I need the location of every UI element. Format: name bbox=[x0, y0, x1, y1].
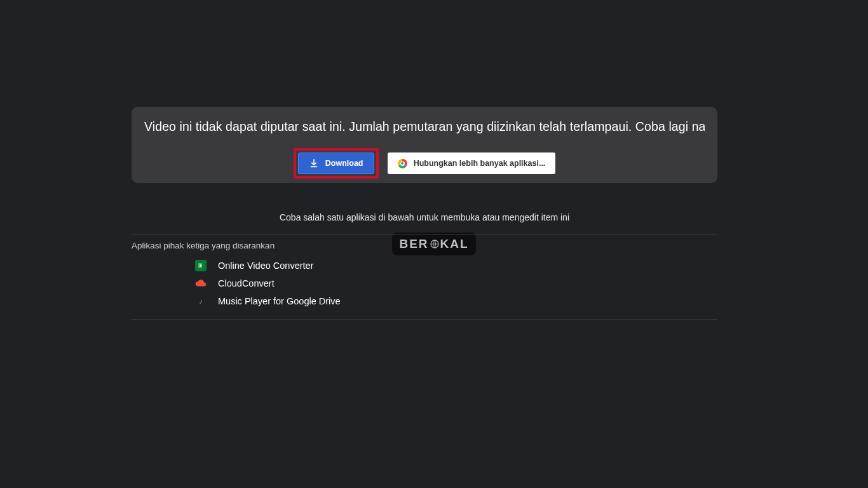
app-item-music-player[interactable]: ♪ Music Player for Google Drive bbox=[195, 292, 717, 310]
download-icon bbox=[309, 158, 319, 168]
button-row: Download Hubungkan lebih banyak aplikasi… bbox=[144, 148, 705, 179]
error-card: Video ini tidak dapat diputar saat ini. … bbox=[132, 107, 717, 183]
download-button-label: Download bbox=[325, 159, 363, 168]
app-item-cloudconvert[interactable]: CloudConvert bbox=[195, 274, 717, 292]
section-title: Aplikasi pihak ketiga yang disarankan bbox=[132, 241, 717, 250]
viewport: Video ini tidak dapat diputar saat ini. … bbox=[0, 0, 868, 488]
app-item-label: Music Player for Google Drive bbox=[218, 296, 341, 306]
download-button[interactable]: Download bbox=[298, 152, 374, 174]
app-item-online-video-converter[interactable]: Online Video Converter bbox=[195, 257, 717, 274]
highlight-frame: Download bbox=[294, 148, 379, 179]
chrome-icon bbox=[398, 159, 407, 168]
connect-apps-button[interactable]: Hubungkan lebih banyak aplikasi... bbox=[388, 152, 556, 174]
video-converter-icon bbox=[195, 260, 207, 271]
app-item-label: Online Video Converter bbox=[218, 261, 313, 271]
suggested-apps-section: Aplikasi pihak ketiga yang disarankan On… bbox=[132, 234, 717, 320]
divider bbox=[132, 234, 717, 234]
suggestion-hint: Coba salah satu aplikasi di bawah untuk … bbox=[132, 212, 717, 222]
cloudconvert-icon bbox=[195, 278, 207, 289]
divider bbox=[132, 319, 717, 320]
connect-apps-label: Hubungkan lebih banyak aplikasi... bbox=[414, 159, 546, 168]
app-list: Online Video Converter CloudConvert ♪ Mu… bbox=[195, 257, 717, 310]
app-item-label: CloudConvert bbox=[218, 278, 275, 288]
music-player-icon: ♪ bbox=[195, 295, 207, 307]
error-message: Video ini tidak dapat diputar saat ini. … bbox=[144, 119, 705, 134]
